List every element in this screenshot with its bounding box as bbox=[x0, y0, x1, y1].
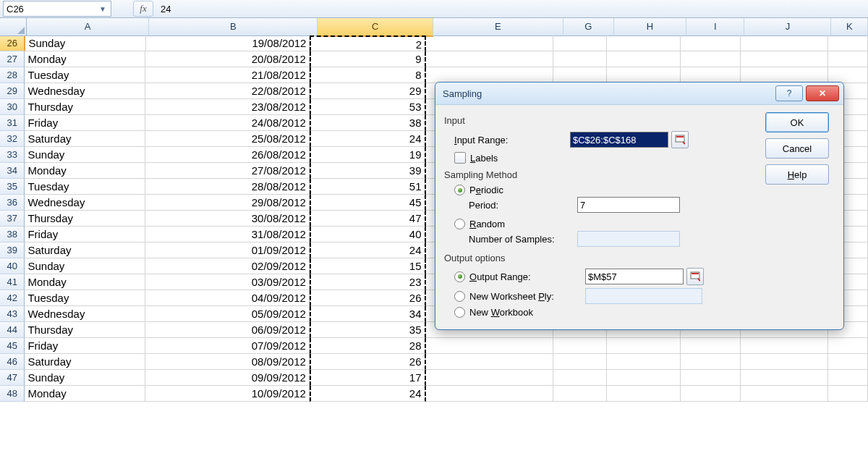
cell[interactable] bbox=[828, 35, 868, 51]
cell[interactable]: 26/08/2012 bbox=[145, 147, 309, 163]
row-header[interactable]: 35 bbox=[0, 179, 25, 195]
cell[interactable]: Saturday bbox=[25, 131, 145, 147]
cell[interactable]: Monday bbox=[25, 163, 145, 179]
cell[interactable]: 30/08/2012 bbox=[145, 211, 309, 227]
cell[interactable] bbox=[741, 51, 828, 67]
cell[interactable] bbox=[553, 35, 607, 51]
column-header-G[interactable]: G bbox=[563, 18, 614, 36]
cell[interactable] bbox=[681, 67, 741, 83]
cell[interactable] bbox=[553, 338, 607, 354]
cell[interactable]: 17 bbox=[310, 370, 426, 386]
column-header-H[interactable]: H bbox=[614, 18, 686, 36]
cell[interactable]: 28 bbox=[310, 338, 426, 354]
cell[interactable]: 35 bbox=[310, 322, 426, 338]
new-worksheet-radio[interactable]: New Worksheet Ply: bbox=[454, 288, 757, 304]
cell[interactable]: 38 bbox=[310, 115, 426, 131]
cell[interactable] bbox=[426, 51, 553, 67]
cell[interactable] bbox=[426, 67, 553, 83]
cell[interactable] bbox=[553, 370, 607, 386]
cell[interactable]: Wednesday bbox=[25, 83, 145, 99]
cell[interactable] bbox=[426, 35, 553, 51]
cell[interactable] bbox=[553, 67, 607, 83]
cell[interactable]: 24/08/2012 bbox=[145, 115, 309, 131]
cell[interactable]: 31/08/2012 bbox=[145, 227, 309, 242]
cell[interactable]: 22/08/2012 bbox=[145, 83, 309, 99]
row-header[interactable]: 28 bbox=[0, 67, 25, 83]
dialog-help-button[interactable]: ? bbox=[775, 85, 803, 101]
cell[interactable]: 26 bbox=[310, 354, 426, 370]
row-header[interactable]: 38 bbox=[0, 227, 25, 242]
cell[interactable] bbox=[607, 354, 681, 370]
row-header[interactable]: 30 bbox=[0, 99, 25, 115]
cell[interactable]: 29/08/2012 bbox=[145, 195, 309, 211]
cell[interactable]: 09/09/2012 bbox=[145, 370, 309, 386]
periodic-radio[interactable]: Periodic bbox=[454, 185, 757, 195]
cell[interactable] bbox=[553, 386, 607, 402]
cell[interactable] bbox=[681, 51, 741, 67]
name-box[interactable]: C26 ▼ bbox=[3, 1, 111, 17]
column-header-A[interactable]: A bbox=[27, 18, 150, 36]
cell[interactable] bbox=[828, 370, 868, 386]
cell[interactable] bbox=[426, 354, 553, 370]
cell[interactable]: Tuesday bbox=[25, 290, 145, 306]
cell[interactable] bbox=[681, 35, 741, 51]
labels-checkbox[interactable]: Labels bbox=[454, 152, 757, 164]
row-header[interactable]: 47 bbox=[0, 370, 25, 386]
cell[interactable]: 8 bbox=[310, 67, 426, 83]
cell[interactable]: 34 bbox=[310, 306, 426, 322]
output-range-radio[interactable]: Output Range: $M$57 bbox=[454, 268, 757, 285]
name-box-dropdown-icon[interactable]: ▼ bbox=[98, 5, 108, 13]
cell[interactable]: 24 bbox=[310, 386, 426, 402]
cell[interactable]: Sunday bbox=[25, 147, 145, 163]
cell[interactable]: 53 bbox=[310, 99, 426, 115]
dialog-close-button[interactable]: ✕ bbox=[806, 85, 839, 101]
column-header-I[interactable]: I bbox=[686, 18, 744, 36]
cell[interactable]: Monday bbox=[25, 51, 145, 67]
row-header[interactable]: 48 bbox=[0, 386, 25, 402]
new-workbook-radio[interactable]: New Workbook bbox=[454, 307, 757, 318]
cell[interactable]: Friday bbox=[25, 115, 145, 131]
row-header[interactable]: 39 bbox=[0, 242, 25, 258]
row-header[interactable]: 26 bbox=[0, 35, 25, 51]
cell[interactable]: 39 bbox=[310, 163, 426, 179]
cell[interactable] bbox=[426, 386, 553, 402]
output-range-ref-button[interactable] bbox=[686, 268, 704, 285]
cell[interactable]: 01/09/2012 bbox=[145, 242, 309, 258]
row-header[interactable]: 43 bbox=[0, 306, 25, 322]
cell[interactable] bbox=[741, 67, 828, 83]
cell[interactable] bbox=[681, 354, 741, 370]
row-header[interactable]: 42 bbox=[0, 290, 25, 306]
cell[interactable] bbox=[607, 338, 681, 354]
cell[interactable]: Sunday bbox=[25, 258, 145, 274]
cell[interactable]: 26 bbox=[310, 290, 426, 306]
row-header[interactable]: 44 bbox=[0, 322, 25, 338]
row-header[interactable]: 34 bbox=[0, 163, 25, 179]
cell[interactable] bbox=[828, 51, 868, 67]
cell[interactable]: 15 bbox=[310, 258, 426, 274]
cell[interactable] bbox=[828, 386, 868, 402]
cell[interactable]: Wednesday bbox=[25, 195, 145, 211]
cell[interactable]: Tuesday bbox=[25, 179, 145, 195]
cell[interactable]: 25/08/2012 bbox=[145, 131, 309, 147]
input-range-field[interactable]: $C$26:$C$168 bbox=[570, 132, 668, 148]
cell[interactable]: Saturday bbox=[25, 242, 145, 258]
cell[interactable] bbox=[553, 51, 607, 67]
cell[interactable]: 23 bbox=[310, 274, 426, 290]
cell[interactable]: 45 bbox=[310, 195, 426, 211]
cell[interactable] bbox=[607, 51, 681, 67]
cell[interactable]: 20/08/2012 bbox=[145, 51, 309, 67]
input-range-ref-button[interactable] bbox=[671, 131, 689, 148]
dialog-titlebar[interactable]: Sampling ? ✕ bbox=[435, 83, 843, 105]
cell[interactable]: Saturday bbox=[25, 354, 145, 370]
output-range-field[interactable]: $M$57 bbox=[585, 269, 684, 284]
cell[interactable] bbox=[681, 338, 741, 354]
cell[interactable]: Thursday bbox=[25, 322, 145, 338]
row-header[interactable]: 33 bbox=[0, 147, 25, 163]
row-header[interactable]: 46 bbox=[0, 354, 25, 370]
new-worksheet-field[interactable] bbox=[585, 288, 702, 304]
random-radio[interactable]: Random bbox=[454, 219, 757, 229]
column-header-B[interactable]: B bbox=[149, 18, 318, 36]
cell[interactable]: 05/09/2012 bbox=[145, 306, 309, 322]
cell[interactable]: 29 bbox=[310, 83, 426, 99]
cell[interactable]: Monday bbox=[25, 386, 145, 402]
